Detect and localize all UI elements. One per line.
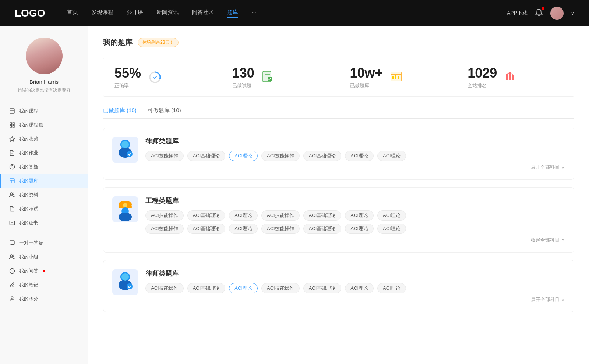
bank-title-3: 律师类题库 (145, 269, 565, 278)
sidebar-item-cert[interactable]: 我的证书 (0, 216, 88, 230)
tag-2-4[interactable]: ACI基础理论 (303, 210, 342, 221)
lawyer-svg-2 (116, 271, 135, 293)
star-icon (9, 136, 15, 142)
tag-1-2[interactable]: ACI理论 (229, 151, 258, 161)
sidebar-item-label-course: 我的课程 (19, 108, 38, 114)
sidebar-item-group[interactable]: 我的小组 (0, 250, 88, 264)
tag-2-10[interactable]: ACI技能操作 (261, 224, 300, 234)
sidebar-item-my-course[interactable]: 我的课程 (0, 104, 88, 118)
svg-point-46 (119, 213, 132, 221)
sidebar-item-points[interactable]: 我的积分 (0, 292, 88, 306)
bank-card-header-1: 律师类题库 ACI技能操作 ACI基础理论 ACI理论 ACI技能操作 ACI基… (112, 137, 565, 171)
sidebar-item-1on1[interactable]: 一对一答疑 (0, 236, 88, 250)
tag-3-6[interactable]: ACI理论 (377, 283, 406, 293)
engineer-svg (116, 198, 135, 221)
tag-1-1[interactable]: ACI基础理论 (187, 151, 226, 161)
lawyer-icon-wrap-2 (112, 269, 138, 295)
tab-done[interactable]: 已做题库 (10) (103, 107, 137, 118)
sidebar-item-question-bank[interactable]: 我的题库 (0, 174, 88, 188)
sidebar-item-label-questions: 我的问答 (19, 268, 38, 274)
tag-2-0[interactable]: ACI技能操作 (145, 210, 184, 221)
tag-3-2[interactable]: ACI理论 (229, 283, 258, 293)
tag-2-7[interactable]: ACI技能操作 (145, 224, 184, 234)
stats-row: 55% 正确率 130 (103, 58, 574, 97)
sidebar-item-my-qa[interactable]: 我的答疑 (0, 160, 88, 174)
main-layout: Brian Harris 错误的决定比没有决定要好 我的课程 我的课程包... (0, 26, 589, 364)
stat-rank-content: 1029 全站排名 (468, 65, 497, 89)
tag-2-11[interactable]: ACI基础理论 (303, 224, 342, 234)
tag-1-0[interactable]: ACI技能操作 (145, 151, 184, 161)
sidebar-item-label-exam: 我的考试 (19, 206, 38, 212)
nav-qa[interactable]: 问答社区 (192, 9, 214, 18)
tag-2-9[interactable]: ACI理论 (229, 224, 258, 234)
nav-menu: 首页 发现课程 公开课 新闻资讯 问答社区 题库 ··· (67, 9, 507, 18)
tag-3-5[interactable]: ACI理论 (345, 283, 374, 293)
accuracy-chart-icon (148, 71, 162, 84)
svg-point-40 (121, 141, 129, 148)
sidebar-item-label-points: 我的积分 (19, 296, 38, 302)
stat-banks-content: 10w+ 已做题库 (350, 65, 383, 89)
expand-link-3[interactable]: 展开全部科目 ∨ (145, 296, 565, 303)
tag-2-6[interactable]: ACI理论 (377, 210, 406, 221)
tag-3-4[interactable]: ACI基础理论 (303, 283, 342, 293)
sidebar-item-homework[interactable]: 我的作业 (0, 146, 88, 160)
tag-3-0[interactable]: ACI技能操作 (145, 283, 184, 293)
sidebar-item-label-qbank: 我的题库 (19, 178, 38, 184)
stat-rank-label: 全站排名 (468, 82, 497, 89)
sidebar-item-course-package[interactable]: 我的课程包... (0, 118, 88, 132)
tab-available[interactable]: 可做题库 (10) (148, 107, 181, 118)
user-menu-chevron[interactable]: ∨ (571, 11, 574, 16)
nav-question-bank[interactable]: 题库 (227, 9, 238, 18)
sidebar-item-label-1on1: 一对一答疑 (19, 240, 43, 246)
expand-link-1[interactable]: 展开全部科目 ∨ (145, 164, 565, 171)
nav-home[interactable]: 首页 (67, 9, 78, 18)
tag-3-3[interactable]: ACI技能操作 (261, 283, 300, 293)
app-download-link[interactable]: APP下载 (507, 10, 528, 17)
lawyer-icon-wrap-1 (112, 137, 138, 163)
tabs: 已做题库 (10) 可做题库 (10) (103, 107, 574, 119)
bank-card-lawyer-2: 律师类题库 ACI技能操作 ACI基础理论 ACI理论 ACI技能操作 ACI基… (103, 260, 574, 312)
nav-more[interactable]: ··· (251, 9, 256, 18)
nav-discover[interactable]: 发现课程 (91, 9, 113, 18)
bank-body-1: 律师类题库 ACI技能操作 ACI基础理论 ACI理论 ACI技能操作 ACI基… (145, 137, 565, 171)
qbank-icon (9, 178, 15, 184)
nav-news[interactable]: 新闻资讯 (156, 9, 179, 18)
tag-2-3[interactable]: ACI技能操作 (261, 210, 300, 221)
tags-row-3: ACI技能操作 ACI基础理论 ACI理论 ACI技能操作 ACI基础理论 AC… (145, 283, 565, 293)
svg-rect-32 (398, 76, 399, 79)
sidebar-item-my-data[interactable]: 我的资料 (0, 188, 88, 202)
tag-1-4[interactable]: ACI基础理论 (303, 151, 342, 161)
tag-2-1[interactable]: ACI基础理论 (187, 210, 226, 221)
user-avatar-sidebar[interactable] (26, 38, 63, 74)
tag-1-3[interactable]: ACI技能操作 (261, 151, 300, 161)
tag-2-12[interactable]: ACI理论 (345, 224, 374, 234)
svg-point-51 (127, 283, 133, 289)
tag-1-6[interactable]: ACI理论 (377, 151, 406, 161)
sidebar-item-notes[interactable]: 我的笔记 (0, 278, 88, 292)
bank-card-engineer: 工程类题库 ACI技能操作 ACI基础理论 ACI理论 ACI技能操作 ACI基… (103, 187, 574, 253)
sidebar-item-favorites[interactable]: 我的收藏 (0, 132, 88, 146)
tag-2-5[interactable]: ACI理论 (345, 210, 374, 221)
rank-icon (504, 71, 518, 84)
tag-2-13[interactable]: ACI理论 (377, 224, 406, 234)
sidebar-item-label-notes: 我的笔记 (19, 282, 38, 288)
points-icon (9, 296, 15, 302)
user-name: Brian Harris (29, 79, 59, 85)
tag-2-8[interactable]: ACI基础理论 (187, 224, 226, 234)
sidebar: Brian Harris 错误的决定比没有决定要好 我的课程 我的课程包... (0, 26, 88, 364)
tag-2-2[interactable]: ACI理论 (229, 210, 258, 221)
bank-card-lawyer-1: 律师类题库 ACI技能操作 ACI基础理论 ACI理论 ACI技能操作 ACI基… (103, 128, 574, 180)
tag-3-1[interactable]: ACI基础理论 (187, 283, 226, 293)
user-avatar-nav[interactable] (550, 7, 564, 20)
navbar-right: APP下载 ∨ (507, 7, 574, 20)
notification-bell[interactable] (535, 8, 543, 18)
svg-point-14 (10, 193, 12, 195)
profile-section: Brian Harris 错误的决定比没有决定要好 (0, 26, 88, 101)
tag-1-5[interactable]: ACI理论 (345, 151, 374, 161)
sidebar-item-questions[interactable]: 我的问答 (0, 264, 88, 278)
sidebar-item-exam[interactable]: 我的考试 (0, 202, 88, 216)
chat-icon (9, 240, 15, 246)
svg-point-19 (11, 297, 13, 299)
nav-open-course[interactable]: 公开课 (127, 9, 143, 18)
expand-link-2[interactable]: 收起全部科目 ∧ (145, 237, 565, 243)
